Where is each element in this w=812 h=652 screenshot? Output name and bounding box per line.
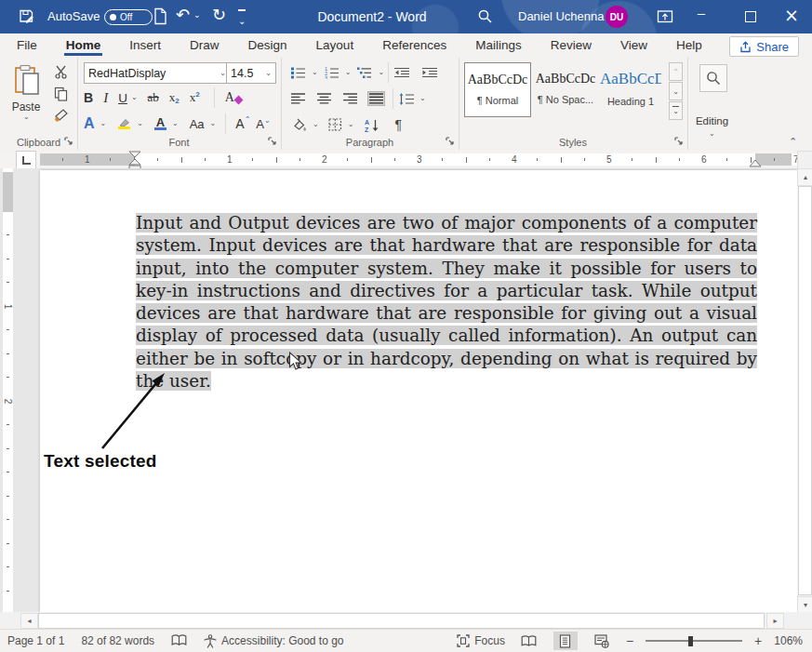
- paste-label[interactable]: Paste: [0, 100, 52, 113]
- horizontal-scrollbar[interactable]: ◂ ▸: [0, 612, 812, 629]
- increase-indent-button[interactable]: [420, 65, 439, 81]
- underline-dropdown-icon[interactable]: ⌄: [131, 94, 138, 101]
- clipboard-dialog-launcher-icon[interactable]: [64, 137, 73, 146]
- line-spacing-button[interactable]: [397, 91, 416, 107]
- multilevel-dropdown-icon[interactable]: ⌄: [378, 69, 384, 76]
- proofing-icon[interactable]: [171, 634, 187, 647]
- paste-icon[interactable]: [13, 64, 41, 98]
- format-painter-icon[interactable]: [54, 108, 69, 123]
- tab-layout[interactable]: Layout: [314, 35, 356, 56]
- shading-dropdown-icon[interactable]: ⌄: [313, 121, 319, 128]
- zoom-slider[interactable]: [646, 635, 742, 646]
- font-color-button[interactable]: A: [154, 117, 166, 130]
- text-effects-button[interactable]: A: [84, 115, 95, 132]
- zoom-slider-handle[interactable]: [688, 636, 693, 646]
- zoom-in-button[interactable]: +: [754, 633, 762, 648]
- tab-selector-button[interactable]: [16, 151, 36, 169]
- line-spacing-dropdown-icon[interactable]: ⌄: [419, 95, 426, 102]
- cut-icon[interactable]: [54, 65, 68, 79]
- paste-dropdown-icon[interactable]: ⌄: [23, 113, 30, 121]
- italic-button[interactable]: I: [103, 90, 108, 106]
- paragraph-dialog-launcher-icon[interactable]: [446, 137, 455, 146]
- tab-draw[interactable]: Draw: [188, 35, 221, 56]
- horizontal-ruler[interactable]: 1 1 2 3 4 5 6 7: [40, 153, 798, 166]
- change-case-button[interactable]: Aa: [190, 117, 205, 131]
- multilevel-list-button[interactable]: [355, 64, 374, 81]
- style-normal[interactable]: AaBbCcDc ¶ Normal: [464, 62, 531, 117]
- align-center-button[interactable]: [315, 91, 333, 106]
- subscript-button[interactable]: x2: [169, 90, 180, 105]
- avatar[interactable]: DU: [606, 6, 628, 28]
- styles-scroll-up-button[interactable]: ⌃: [669, 62, 683, 81]
- superscript-button[interactable]: x2: [190, 90, 200, 105]
- scroll-up-button[interactable]: ▴: [797, 168, 812, 186]
- redo-button[interactable]: ↻: [212, 5, 226, 24]
- show-formatting-button[interactable]: ¶: [393, 115, 404, 134]
- style-no-spacing[interactable]: AaBbCcDc ¶ No Spac...: [533, 62, 598, 115]
- tab-home[interactable]: Home: [64, 35, 103, 56]
- selected-text[interactable]: Input and Output devices are two of majo…: [136, 213, 757, 391]
- shading-button[interactable]: [289, 116, 309, 133]
- print-layout-button[interactable]: [553, 632, 578, 650]
- undo-button[interactable]: ↶: [176, 5, 190, 24]
- tab-help[interactable]: Help: [674, 35, 704, 56]
- find-button[interactable]: [699, 64, 727, 92]
- highlight-button[interactable]: [117, 118, 131, 129]
- tab-references[interactable]: References: [380, 35, 448, 56]
- numbering-dropdown-icon[interactable]: ⌄: [345, 69, 352, 76]
- font-size-combo[interactable]: 14.5 ⌄: [226, 62, 276, 84]
- ruler-corner-button[interactable]: [797, 151, 812, 169]
- ribbon-display-options-icon[interactable]: [657, 8, 673, 24]
- collapse-ribbon-icon[interactable]: ⌃: [789, 136, 797, 148]
- justify-button[interactable]: [367, 91, 385, 106]
- change-case-dropdown-icon[interactable]: ⌄: [210, 120, 217, 127]
- page-indicator[interactable]: Page 1 of 1: [7, 634, 64, 647]
- styles-scroll-down-button[interactable]: ⌄: [669, 82, 683, 100]
- tab-view[interactable]: View: [619, 35, 649, 56]
- vertical-ruler[interactable]: 1 2: [3, 168, 13, 612]
- align-right-button[interactable]: [341, 91, 359, 106]
- styles-dialog-launcher-icon[interactable]: [674, 137, 684, 146]
- scroll-right-button[interactable]: ▸: [766, 613, 784, 629]
- web-layout-button[interactable]: [590, 632, 614, 650]
- horizontal-scroll-thumb[interactable]: [38, 613, 765, 629]
- tab-design[interactable]: Design: [246, 35, 289, 56]
- vertical-scroll-thumb[interactable]: [798, 186, 812, 595]
- accessibility-status[interactable]: Accessibility: Good to go: [204, 634, 343, 648]
- bullets-dropdown-icon[interactable]: ⌄: [312, 69, 318, 76]
- tab-file[interactable]: File: [15, 35, 39, 56]
- autosave-toggle[interactable]: Off: [104, 9, 153, 25]
- tab-insert[interactable]: Insert: [127, 35, 163, 56]
- bullets-button[interactable]: [289, 64, 308, 81]
- grow-font-button[interactable]: A⌃: [235, 116, 250, 131]
- strikethrough-button[interactable]: ab: [148, 90, 159, 105]
- clear-formatting-button[interactable]: A: [225, 90, 242, 105]
- read-mode-button[interactable]: [517, 632, 541, 650]
- shrink-font-button[interactable]: A⌄: [256, 117, 270, 131]
- customize-toolbar-button[interactable]: ⌄: [238, 7, 246, 28]
- bold-button[interactable]: B: [84, 90, 93, 105]
- user-name[interactable]: Daniel Uchenna: [518, 9, 605, 24]
- copy-icon[interactable]: [54, 86, 68, 101]
- save-icon[interactable]: [18, 7, 35, 25]
- underline-button[interactable]: U: [118, 91, 127, 105]
- font-color-dropdown-icon[interactable]: ⌄: [172, 120, 179, 127]
- tab-mailings[interactable]: Mailings: [473, 35, 524, 56]
- editing-label[interactable]: Editing: [687, 115, 737, 126]
- scroll-left-button[interactable]: ◂: [20, 613, 38, 629]
- style-heading1[interactable]: AaBbCcD Heading 1: [600, 62, 661, 115]
- document-paragraph[interactable]: Input and Output devices are two of majo…: [136, 212, 757, 393]
- align-left-button[interactable]: [289, 91, 307, 106]
- minimize-button[interactable]: ─: [698, 7, 705, 21]
- vertical-scrollbar[interactable]: ▴ ▾: [797, 168, 812, 612]
- share-button[interactable]: Share: [729, 36, 799, 57]
- editing-dropdown-icon[interactable]: ⌄: [709, 130, 715, 138]
- sort-button[interactable]: AZ: [363, 116, 381, 134]
- zoom-out-button[interactable]: −: [626, 633, 633, 648]
- focus-button[interactable]: Focus: [457, 634, 505, 647]
- font-name-combo[interactable]: RedHatDisplay ⌄: [84, 62, 231, 84]
- tab-review[interactable]: Review: [549, 35, 593, 56]
- decrease-indent-button[interactable]: [393, 65, 411, 81]
- close-button[interactable]: ×: [784, 5, 799, 25]
- borders-button[interactable]: [326, 116, 344, 133]
